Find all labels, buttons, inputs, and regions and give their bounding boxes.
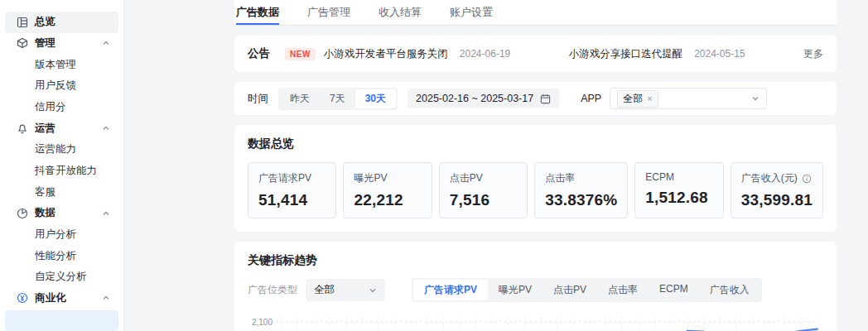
sidebar-item-label: 性能分析 xyxy=(35,249,76,263)
time-filter-label: 时间 xyxy=(248,92,268,106)
app-tag-all: 全部 × xyxy=(617,90,658,108)
announcement-bar: 公告 NEW 小游戏开发者平台服务关闭 2024-06-19 小游戏分享接口迭代… xyxy=(234,36,837,72)
new-badge: NEW xyxy=(285,48,316,60)
sidebar-item-custom-analysis[interactable]: 自定义分析 xyxy=(5,266,118,288)
trend-metric-tabs: 广告请求PV 曝光PV 点击PV 点击率 ECPM 广告收入 xyxy=(412,278,762,302)
calendar-icon xyxy=(540,94,551,104)
chevron-up-icon xyxy=(102,124,110,132)
sidebar-item-label: 版本管理 xyxy=(35,58,76,72)
tab-ad-manage[interactable]: 广告管理 xyxy=(307,0,350,25)
sidebar-item-label: 自定义分析 xyxy=(35,270,87,284)
sidebar-item-label: 运营能力 xyxy=(35,142,76,156)
sidebar-item-label: 总览 xyxy=(35,15,55,29)
svg-text:2,100: 2,100 xyxy=(252,318,272,327)
tab-account-settings[interactable]: 账户设置 xyxy=(450,0,493,25)
range-7d-button[interactable]: 7天 xyxy=(320,89,355,108)
mtab-ecpm[interactable]: ECPM xyxy=(649,280,699,300)
filter-bar: 时间 昨天 7天 30天 2025-02-16 ~ 2025-03-17 APP… xyxy=(234,82,837,115)
date-range-picker[interactable]: 2025-02-16 ~ 2025-03-17 xyxy=(407,89,559,108)
trend-title: 关键指标趋势 xyxy=(248,253,823,268)
info-icon[interactable] xyxy=(802,174,812,184)
sidebar-item-customer-service[interactable]: 客服 xyxy=(5,181,118,203)
sidebar: 总览 管理 版本管理 用户反馈 信用分 运营 运营能力 抖音开放能力 客服 数据… xyxy=(0,0,124,331)
sidebar-item-label: 用户反馈 xyxy=(35,79,76,93)
sidebar-group-data[interactable]: 数据 xyxy=(5,203,118,224)
metric-value: 33,599.81 xyxy=(741,191,813,209)
sidebar-item-operation-ability[interactable]: 运营能力 xyxy=(5,139,118,161)
sidebar-item-credit-score[interactable]: 信用分 xyxy=(5,97,118,118)
pie-icon xyxy=(17,208,28,219)
sidebar-item-label: 数据 xyxy=(35,206,55,220)
chevron-down-icon xyxy=(369,286,377,295)
coin-icon xyxy=(17,292,28,304)
metric-ad-revenue: 广告收入(元) 33,599.81 xyxy=(731,162,823,218)
mtab-ad-revenue[interactable]: 广告收入 xyxy=(699,280,760,300)
sidebar-group-monetization[interactable]: 商业化 xyxy=(5,288,118,309)
metric-label: 点击率 xyxy=(545,171,617,185)
announcement-link-2[interactable]: 小游戏分享接口迭代提醒 xyxy=(569,47,683,61)
range-30d-button[interactable]: 30天 xyxy=(355,89,396,108)
sidebar-item-user-analysis[interactable]: 用户分析 xyxy=(5,224,118,246)
ad-slot-type-label: 广告位类型 xyxy=(248,283,297,297)
metric-label: 广告收入(元) xyxy=(741,171,798,185)
metric-cards: 广告请求PV 51,414 曝光PV 22,212 点击PV 7,516 点击率… xyxy=(248,162,823,218)
metric-click-rate: 点击率 33.8376% xyxy=(534,162,628,218)
sidebar-item-label: 抖音开放能力 xyxy=(35,164,97,178)
range-yesterday-button[interactable]: 昨天 xyxy=(280,89,320,108)
sidebar-item-label: 管理 xyxy=(35,36,55,50)
metric-ecpm: ECPM 1,512.68 xyxy=(634,162,723,218)
sidebar-item-selected-partial[interactable] xyxy=(5,310,118,331)
sidebar-item-label: 用户分析 xyxy=(35,228,76,242)
trend-controls: 广告位类型 全部 广告请求PV 曝光PV 点击PV 点击率 ECPM 广告收入 xyxy=(248,278,823,302)
ad-slot-type-value: 全部 xyxy=(314,283,335,297)
sidebar-group-manage[interactable]: 管理 xyxy=(5,33,118,55)
data-overview-card: 数据总览 广告请求PV 51,414 曝光PV 22,212 点击PV 7,51… xyxy=(234,125,837,232)
tab-ad-data[interactable]: 广告数据 xyxy=(236,0,279,25)
overview-title: 数据总览 xyxy=(248,137,823,151)
ad-slot-type-select[interactable]: 全部 xyxy=(306,279,385,301)
tag-close-icon[interactable]: × xyxy=(647,94,652,103)
line-chart: 2,1001,8001,500 xyxy=(248,312,823,331)
sidebar-group-operation[interactable]: 运营 xyxy=(5,118,118,139)
dashboard-icon xyxy=(17,17,28,28)
mtab-ad-request-pv[interactable]: 广告请求PV xyxy=(413,280,488,300)
announcement-date-1: 2024-06-19 xyxy=(460,48,510,60)
sidebar-item-performance-analysis[interactable]: 性能分析 xyxy=(5,245,118,266)
metric-value: 7,516 xyxy=(450,191,517,209)
mtab-click-pv[interactable]: 点击PV xyxy=(542,280,597,300)
chevron-down-icon xyxy=(751,94,760,103)
announcement-link-1[interactable]: 小游戏开发者平台服务关闭 xyxy=(324,47,448,61)
metric-value: 1,512.68 xyxy=(645,189,712,207)
time-range-segmented: 昨天 7天 30天 xyxy=(278,88,398,110)
sidebar-item-version-manage[interactable]: 版本管理 xyxy=(5,54,118,75)
chevron-up-icon xyxy=(102,39,110,47)
sidebar-item-label: 商业化 xyxy=(35,291,66,305)
metric-ad-request-pv: 广告请求PV 51,414 xyxy=(248,162,336,218)
chevron-up-icon xyxy=(102,294,110,302)
mtab-impression-pv[interactable]: 曝光PV xyxy=(488,280,542,300)
sidebar-item-douyin-open-ability[interactable]: 抖音开放能力 xyxy=(5,161,118,182)
app-filter-label: APP xyxy=(581,93,601,104)
sidebar-item-user-feedback[interactable]: 用户反馈 xyxy=(5,75,118,97)
chevron-up-icon xyxy=(102,209,110,218)
tab-income-settlement[interactable]: 收入结算 xyxy=(379,0,422,25)
sidebar-item-label: 信用分 xyxy=(35,100,66,114)
sidebar-item-overview[interactable]: 总览 xyxy=(5,12,118,33)
metric-label: 广告请求PV xyxy=(258,171,326,185)
app-multiselect[interactable]: 全部 × xyxy=(610,88,767,109)
top-tabs: 广告数据 广告管理 收入结算 账户设置 xyxy=(234,0,837,26)
cube-icon xyxy=(17,37,28,49)
announcement-more-link[interactable]: 更多 xyxy=(803,47,823,61)
sidebar-item-label: 客服 xyxy=(35,185,55,199)
metric-value: 22,212 xyxy=(354,191,421,209)
announcement-label: 公告 xyxy=(248,46,270,61)
mtab-click-rate[interactable]: 点击率 xyxy=(597,280,649,300)
bell-icon xyxy=(17,122,28,134)
app-tag-label: 全部 xyxy=(623,92,643,106)
sidebar-item-label: 运营 xyxy=(35,122,55,136)
trend-chart: 2,1001,8001,500 xyxy=(248,312,823,331)
metric-impression-pv: 曝光PV 22,212 xyxy=(343,162,432,218)
metric-label: 曝光PV xyxy=(354,171,421,185)
metric-label: ECPM xyxy=(645,171,712,183)
metric-value: 51,414 xyxy=(258,191,326,209)
